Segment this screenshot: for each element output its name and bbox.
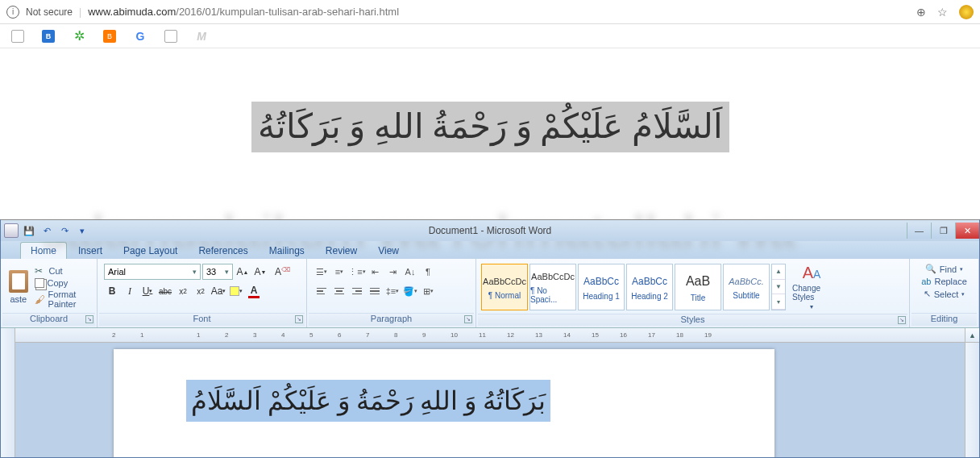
style-subtitle[interactable]: AaBbCc.Subtitle xyxy=(723,264,770,310)
qat-dropdown-icon[interactable]: ▾ xyxy=(75,223,89,238)
browser-address-bar: i Not secure | www.abimuda.com/2016/01/k… xyxy=(0,0,980,24)
borders-button[interactable]: ⊞▾ xyxy=(420,283,436,299)
superscript-button[interactable]: x2 xyxy=(193,283,209,299)
select-button[interactable]: ↖Select▾ xyxy=(924,289,965,299)
group-styles: AaBbCcDc¶ Normal AaBbCcDc¶ No Spaci... A… xyxy=(476,259,910,327)
copy-button[interactable]: Copy xyxy=(35,278,90,288)
style-title[interactable]: AaBTitle xyxy=(675,264,721,310)
clipboard-label: Clipboard↘ xyxy=(2,313,95,326)
bookmark-google-icon[interactable]: G xyxy=(134,30,147,43)
change-styles-button[interactable]: AA Change Styles ▾ xyxy=(792,264,831,310)
select-icon: ↖ xyxy=(924,289,931,299)
paragraph-label: Paragraph↘ xyxy=(309,313,474,326)
bookmark-star-icon[interactable]: ☆ xyxy=(937,6,948,19)
decrease-indent-button[interactable]: ⇤ xyxy=(367,264,383,280)
scroll-up-button[interactable]: ▲ xyxy=(965,328,979,343)
line-spacing-button[interactable]: ‡≡▾ xyxy=(384,283,401,299)
change-styles-icon: AA xyxy=(803,264,821,282)
bookmark-m-icon[interactable]: M xyxy=(195,30,208,43)
bookmark-blogger-icon[interactable]: B xyxy=(103,30,116,43)
arabic-heading[interactable]: اَلسَّلَامُ عَلَيْكُمْ وَ رَحْمَةُ اللهِ… xyxy=(251,102,729,152)
scissors-icon: ✂ xyxy=(35,265,46,277)
paragraph-launcher[interactable]: ↘ xyxy=(464,315,472,323)
shading-button[interactable]: 🪣▾ xyxy=(402,283,418,299)
find-button[interactable]: 🔍Find▾ xyxy=(925,264,963,274)
copy-icon xyxy=(35,278,44,288)
group-editing: 🔍Find▾ abReplace ↖Select▾ Editing xyxy=(910,259,979,327)
vertical-ruler[interactable] xyxy=(1,328,15,457)
word-window: salamualaikum wa rohmatullahi wa 💾 ↶ ↷ ▾… xyxy=(0,219,980,458)
font-color-button[interactable]: A xyxy=(246,283,262,299)
scroll-up-icon[interactable]: ▲ xyxy=(772,264,785,280)
strikethrough-button[interactable]: abc xyxy=(157,283,173,299)
close-button[interactable]: ✕ xyxy=(955,223,979,239)
brush-icon: 🖌 xyxy=(35,294,45,305)
bookmark-page2-icon[interactable] xyxy=(164,30,177,43)
style-normal[interactable]: AaBbCcDc¶ Normal xyxy=(481,264,528,310)
paste-button[interactable]: aste xyxy=(7,270,30,304)
styles-launcher[interactable]: ↘ xyxy=(898,316,906,324)
clear-formatting-button[interactable]: A⌫ xyxy=(270,264,286,280)
styles-gallery-scroll[interactable]: ▲▼▾ xyxy=(771,264,786,310)
minimize-button[interactable]: — xyxy=(907,223,931,239)
security-label: Not secure xyxy=(26,6,73,18)
scroll-down-icon[interactable]: ▼ xyxy=(772,280,785,295)
clipboard-launcher[interactable]: ↘ xyxy=(85,315,93,323)
bullets-button[interactable]: ☰▾ xyxy=(314,264,330,280)
group-clipboard: aste ✂Cut Copy 🖌Format Painter Clipboard… xyxy=(1,259,98,327)
document-selected-text[interactable]: بَرَكَاتُهُ وَ اللهِ رَحْمَةُ وَ عَلَيْك… xyxy=(186,380,550,422)
horizontal-ruler[interactable]: 2112345678910111213141516171819 xyxy=(15,328,965,343)
url[interactable]: www.abimuda.com/2016/01/kumpulan-tulisan… xyxy=(88,6,399,18)
numbering-button[interactable]: ≡▾ xyxy=(331,264,347,280)
zoom-icon[interactable]: ⊕ xyxy=(916,6,926,19)
document-area: 2112345678910111213141516171819 ▲ بَرَكَ… xyxy=(1,328,979,457)
group-paragraph: ☰▾ ≡▾ ⋮≡▾ ⇤ ⇥ A↓ ¶ ‡≡▾ 🪣▾ ⊞▾ xyxy=(307,259,476,327)
align-center-button[interactable] xyxy=(331,283,347,299)
replace-button[interactable]: abReplace xyxy=(921,277,967,286)
format-painter-button[interactable]: 🖌Format Painter xyxy=(35,289,90,309)
style-heading1[interactable]: AaBbCcHeading 1 xyxy=(578,264,625,310)
font-size-combo[interactable]: 33▾ xyxy=(202,264,233,280)
sort-button[interactable]: A↓ xyxy=(402,264,418,280)
extension-icon[interactable] xyxy=(959,5,974,19)
increase-indent-button[interactable]: ⇥ xyxy=(384,264,401,280)
font-name-combo[interactable]: Arial▾ xyxy=(104,264,201,280)
grow-font-button[interactable]: A▲ xyxy=(235,264,251,280)
editing-label: Editing xyxy=(911,313,977,326)
vertical-scrollbar[interactable]: ▲ xyxy=(965,328,979,457)
italic-button[interactable]: I xyxy=(122,283,138,299)
info-icon[interactable]: i xyxy=(6,6,19,19)
find-icon: 🔍 xyxy=(925,264,936,274)
cut-button[interactable]: ✂Cut xyxy=(35,265,90,277)
save-icon[interactable]: 💾 xyxy=(22,223,36,238)
multilevel-button[interactable]: ⋮≡▾ xyxy=(349,264,365,280)
change-case-button[interactable]: Aa▾ xyxy=(210,283,226,299)
replace-icon: ab xyxy=(921,277,931,286)
bookmark-b-icon[interactable]: B xyxy=(42,30,55,43)
style-no-spacing[interactable]: AaBbCcDc¶ No Spaci... xyxy=(529,264,576,310)
shrink-font-button[interactable]: A▼ xyxy=(252,264,268,280)
highlight-button[interactable]: ▾ xyxy=(228,283,244,299)
style-heading2[interactable]: AaBbCcHeading 2 xyxy=(626,264,673,310)
styles-label: Styles↘ xyxy=(478,314,907,326)
office-button[interactable] xyxy=(4,223,19,238)
document-page[interactable]: بَرَكَاتُهُ وَ اللهِ رَحْمَةُ وَ عَلَيْك… xyxy=(114,349,774,457)
maximize-button[interactable]: ❐ xyxy=(931,223,955,239)
align-left-button[interactable] xyxy=(314,283,330,299)
bookmark-bar: B ✲ B G M xyxy=(0,24,980,48)
redo-icon[interactable]: ↷ xyxy=(57,223,72,238)
align-right-button[interactable] xyxy=(349,283,365,299)
justify-button[interactable] xyxy=(367,283,383,299)
group-font: Arial▾ 33▾ A▲ A▼ A⌫ B I U▾ abc x2 x2 Aa▾… xyxy=(98,259,307,327)
show-marks-button[interactable]: ¶ xyxy=(420,264,436,280)
bold-button[interactable]: B xyxy=(104,283,120,299)
font-launcher[interactable]: ↘ xyxy=(295,315,303,323)
font-label: Font↘ xyxy=(99,313,305,326)
bookmark-flower-icon[interactable]: ✲ xyxy=(73,30,85,43)
subscript-button[interactable]: x2 xyxy=(175,283,191,299)
webpage-content: اَلسَّلَامُ عَلَيْكُمْ وَ رَحْمَةُ اللهِ… xyxy=(0,48,980,206)
underline-button[interactable]: U▾ xyxy=(139,283,156,299)
undo-icon[interactable]: ↶ xyxy=(39,223,54,238)
bookmark-page-icon[interactable] xyxy=(11,30,24,43)
expand-gallery-icon[interactable]: ▾ xyxy=(772,294,785,310)
